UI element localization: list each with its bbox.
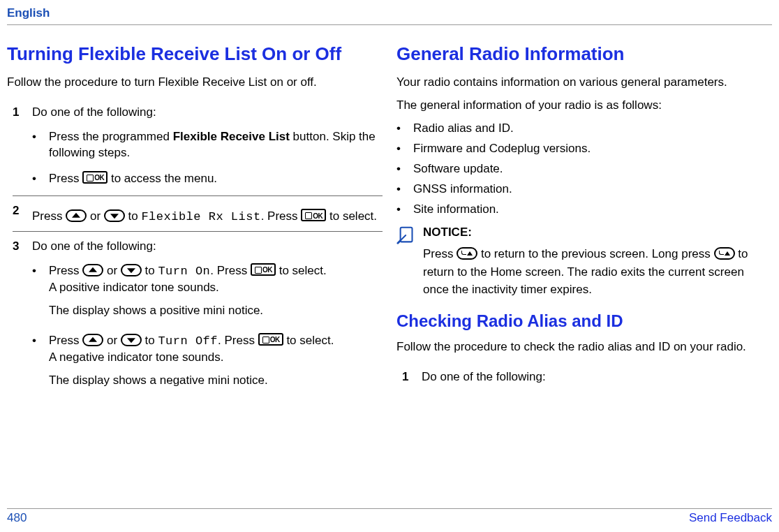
bold-label: Flexible Receive List <box>173 130 290 143</box>
paragraph: Follow the procedure to check the radio … <box>396 339 772 355</box>
bullet-marker: • <box>396 161 413 177</box>
text: . Press <box>218 334 258 347</box>
subsection-title-alias-id: Checking Radio Alias and ID <box>396 310 772 332</box>
step-body: Do one of the following: <box>422 369 772 385</box>
text: Press the programmed <box>49 130 173 143</box>
option-press-menu: • Press to access the menu. <box>32 171 383 187</box>
nav-up-button-icon <box>82 334 103 346</box>
step-1: 1 Do one of the following: <box>402 362 772 391</box>
nav-down-button-icon <box>104 209 125 222</box>
nav-up-button-icon <box>82 264 103 276</box>
notice-icon <box>396 223 423 299</box>
text: to <box>145 334 158 347</box>
bullet-marker: • <box>32 333 49 393</box>
text: Press <box>49 264 82 277</box>
general-info-list: •Radio alias and ID. •Firmware and Codep… <box>396 121 772 218</box>
text: Press <box>49 172 82 185</box>
alias-id-steps: 1 Do one of the following: <box>396 362 772 391</box>
section-title-flexible-receive: Turning Flexible Receive List On or Off <box>7 42 383 66</box>
page-header-language: English <box>7 6 772 25</box>
text: to select. <box>286 334 334 347</box>
menu-option-label: Flexible Rx List <box>141 210 260 223</box>
bullet-marker: • <box>32 129 49 161</box>
menu-ok-button-icon <box>251 263 276 276</box>
right-column: General Radio Information Your radio con… <box>396 42 772 401</box>
step-number: 1 <box>13 105 32 190</box>
step-lead: Do one of the following: <box>32 105 156 119</box>
list-text: Firmware and Codeplug versions. <box>413 141 772 157</box>
text: to <box>145 264 158 277</box>
bullet-marker: • <box>396 182 413 198</box>
bullet-marker: • <box>396 202 413 218</box>
notice-block: NOTICE: Press to return to the previous … <box>396 223 772 299</box>
option-programmed-button: • Press the programmed Flexible Receive … <box>32 129 383 161</box>
send-feedback-link[interactable]: Send Feedback <box>689 510 772 526</box>
notice-body: NOTICE: Press to return to the previous … <box>423 223 772 299</box>
text: Press <box>32 209 66 223</box>
text: Press <box>49 334 82 347</box>
result-text: A positive indicator tone sounds. <box>49 281 219 294</box>
left-column: Turning Flexible Receive List On or Off … <box>7 42 383 401</box>
step-body: Do one of the following: • Press the pro… <box>32 105 383 190</box>
option-turn-off: • Press or to Turn Off. Press to select.… <box>32 333 383 393</box>
step-2: 2 Press or to Flexible Rx List. Press to… <box>13 196 383 232</box>
text: to return to the previous screen. Long p… <box>481 247 714 260</box>
notice-text: Press to return to the previous screen. … <box>423 245 772 299</box>
intro-paragraph: Follow the procedure to turn Flexible Re… <box>7 75 383 91</box>
notice-label: NOTICE: <box>423 223 772 242</box>
step1-options: • Press the programmed Flexible Receive … <box>32 129 383 187</box>
result-text: A negative indicator tone sounds. <box>49 350 223 364</box>
procedure-steps: 1 Do one of the following: • Press the p… <box>7 98 383 401</box>
step-3: 3 Do one of the following: • Press or to… <box>13 232 383 401</box>
text: to access the menu. <box>111 172 217 185</box>
step-1: 1 Do one of the following: • Press the p… <box>13 98 383 196</box>
back-home-button-icon <box>457 247 477 260</box>
text: to <box>128 209 142 223</box>
bullet-body: Press or to Turn On. Press to select. A … <box>49 263 383 323</box>
nav-up-button-icon <box>66 209 87 222</box>
list-item: •GNSS information. <box>396 182 772 198</box>
list-text: Radio alias and ID. <box>413 121 772 137</box>
text: . Press <box>261 209 302 223</box>
bullet-marker: • <box>396 141 413 157</box>
text: Press <box>423 247 457 260</box>
bullet-body: Press or to Turn Off. Press to select. A… <box>49 333 383 393</box>
text: . Press <box>210 264 251 277</box>
menu-ok-button-icon <box>258 333 283 346</box>
option-turn-on: • Press or to Turn On. Press to select. … <box>32 263 383 323</box>
content-columns: Turning Flexible Receive List On or Off … <box>7 27 772 401</box>
list-text: Software update. <box>413 161 772 177</box>
page-number: 480 <box>7 510 27 526</box>
text: or <box>107 264 121 277</box>
step-body: Do one of the following: • Press or to T… <box>32 239 383 396</box>
text: to select. <box>279 264 327 277</box>
paragraph: The general information of your radio is… <box>396 98 772 114</box>
step-number: 2 <box>13 203 32 226</box>
list-item: •Radio alias and ID. <box>396 121 772 137</box>
list-item: •Site information. <box>396 202 772 218</box>
text: or <box>90 209 104 223</box>
back-home-button-icon <box>714 247 735 260</box>
nav-down-button-icon <box>121 334 142 346</box>
list-text: GNSS information. <box>413 182 772 198</box>
paragraph: Your radio contains information on vario… <box>396 75 772 91</box>
step-number: 3 <box>13 239 32 396</box>
menu-ok-button-icon <box>82 171 107 184</box>
result-text: The display shows a negative mini notice… <box>49 373 383 389</box>
section-title-general-radio: General Radio Information <box>396 42 772 66</box>
step-lead: Do one of the following: <box>422 370 546 383</box>
step-body: Press or to Flexible Rx List. Press to s… <box>32 203 383 226</box>
list-item: •Software update. <box>396 161 772 177</box>
bullet-marker: • <box>396 121 413 137</box>
text: to select. <box>329 209 377 223</box>
step3-options: • Press or to Turn On. Press to select. … <box>32 263 383 393</box>
list-item: •Firmware and Codeplug versions. <box>396 141 772 157</box>
text: or <box>107 334 121 347</box>
bullet-body: Press the programmed Flexible Receive Li… <box>49 129 383 161</box>
menu-ok-button-icon <box>301 209 326 221</box>
bullet-marker: • <box>32 171 49 187</box>
menu-option-label: Turn Off <box>158 334 218 348</box>
list-text: Site information. <box>413 202 772 218</box>
nav-down-button-icon <box>121 264 142 276</box>
result-text: The display shows a positive mini notice… <box>49 303 383 319</box>
